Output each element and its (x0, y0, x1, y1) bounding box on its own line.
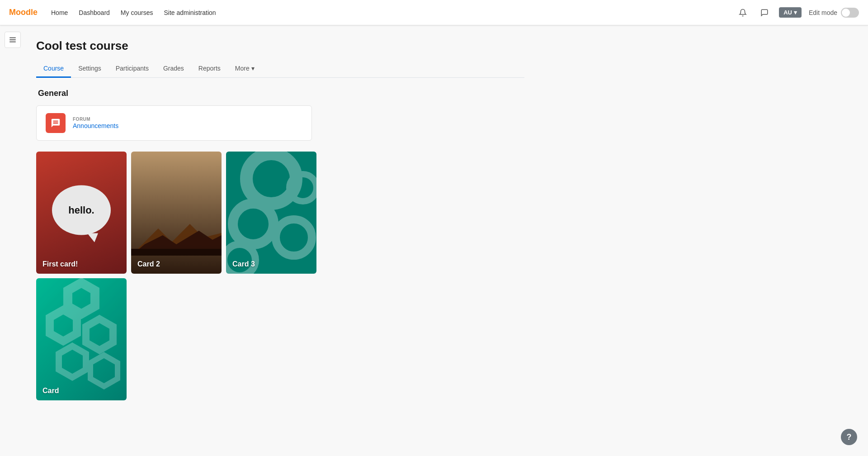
nav-home[interactable]: Home (51, 9, 68, 16)
cards-grid: hello. First card! Card 2 (36, 152, 321, 400)
svg-point-9 (226, 244, 255, 274)
navbar-actions: AU ▾ Edit mode (736, 5, 859, 20)
hello-bubble: hello. (52, 185, 111, 235)
general-section: General FORUM Announcements hello. First… (36, 89, 524, 400)
card-3[interactable]: Card 3 (226, 152, 316, 274)
svg-marker-15 (90, 355, 118, 386)
svg-marker-12 (50, 310, 77, 341)
mountain-illustration (131, 219, 222, 256)
svg-marker-14 (59, 346, 86, 377)
card-4-label: Card (42, 387, 59, 395)
tab-course[interactable]: Course (36, 60, 71, 78)
svg-point-7 (233, 204, 274, 244)
user-badge[interactable]: AU ▾ (779, 7, 802, 18)
page-title: Cool test course (36, 39, 524, 53)
tab-grades[interactable]: Grades (156, 60, 191, 78)
forum-item: FORUM Announcements (36, 105, 312, 141)
main-content: Cool test course Course Settings Partici… (0, 25, 542, 414)
navbar: Moodle Home Dashboard My courses Site ad… (0, 0, 868, 25)
tab-settings[interactable]: Settings (71, 60, 108, 78)
card-3-label: Card 3 (232, 260, 255, 268)
card-2-label: Card 2 (137, 260, 160, 268)
forum-title-link[interactable]: Announcements (73, 122, 118, 129)
svg-point-8 (276, 219, 312, 256)
tab-participants[interactable]: Participants (108, 60, 156, 78)
edit-mode-toggle[interactable] (841, 8, 859, 18)
nav-my-courses[interactable]: My courses (121, 9, 153, 16)
forum-type-label: FORUM (73, 117, 118, 122)
card-1[interactable]: hello. First card! (36, 152, 127, 274)
forum-info: FORUM Announcements (73, 117, 118, 130)
section-heading: General (36, 89, 524, 98)
card-2[interactable]: Card 2 (131, 152, 222, 274)
svg-marker-11 (68, 283, 95, 314)
sidebar-toggle-button[interactable] (5, 32, 21, 48)
tab-more[interactable]: More ▾ (228, 60, 262, 78)
brand-logo[interactable]: Moodle (9, 8, 38, 17)
circles-illustration (226, 152, 316, 274)
notifications-button[interactable] (736, 5, 750, 20)
tab-reports[interactable]: Reports (191, 60, 228, 78)
course-tabs: Course Settings Participants Grades Repo… (36, 60, 524, 78)
card-4[interactable]: Card (36, 278, 127, 400)
svg-marker-13 (86, 319, 113, 350)
navbar-links: Home Dashboard My courses Site administr… (51, 9, 736, 16)
messages-button[interactable] (757, 5, 772, 20)
nav-dashboard[interactable]: Dashboard (79, 9, 110, 16)
hexagons-illustration (36, 278, 127, 400)
edit-mode-label: Edit mode (809, 9, 837, 16)
card-1-label: First card! (42, 260, 78, 268)
chevron-down-icon: ▾ (251, 65, 255, 72)
nav-site-admin[interactable]: Site administration (164, 9, 216, 16)
svg-rect-5 (131, 249, 222, 256)
edit-mode-control: Edit mode (809, 8, 859, 18)
forum-icon (46, 113, 66, 133)
